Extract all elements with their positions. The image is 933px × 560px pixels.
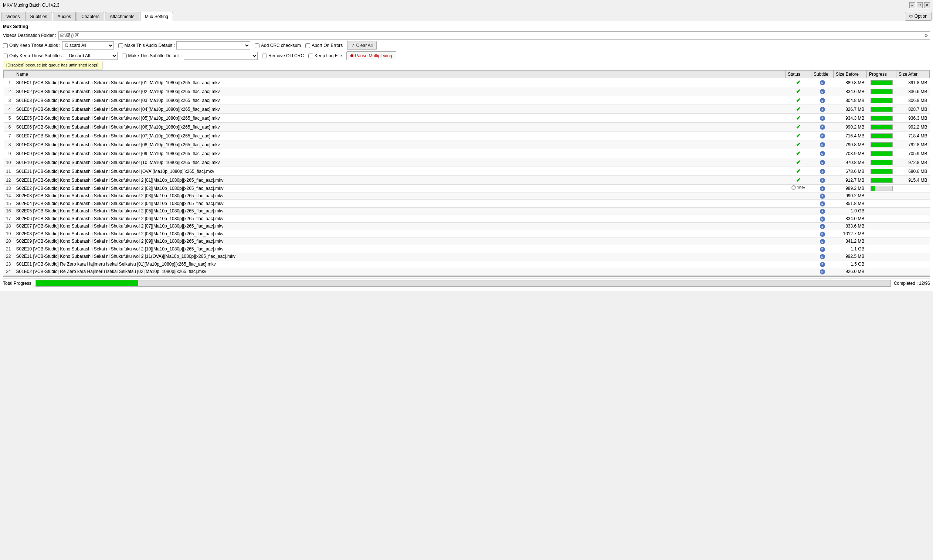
tab-chapters[interactable]: Chapters [77, 12, 104, 21]
col-size-before: Size Before [834, 71, 867, 78]
row-status [785, 253, 811, 260]
row-status [785, 222, 811, 230]
row-subtitle: S [811, 149, 834, 158]
table-row[interactable]: 17S02E06 [VCB-Studio] Kono Subarashii Se… [4, 215, 930, 223]
table-container[interactable]: Name Status Subtitle Size Before Progres… [3, 70, 930, 277]
table-row[interactable]: 3S01E03 [VCB-Studio] Kono Subarashii Sek… [4, 96, 930, 105]
clear-all-button[interactable]: ✓ Clear All [347, 41, 377, 50]
row-size-after: 992.2 MB [896, 123, 930, 131]
table-row[interactable]: 13S02E02 [VCB-Studio] Kono Subarashii Se… [4, 185, 930, 192]
progress-bar [871, 169, 893, 174]
table-row[interactable]: 23S01E01 [VCB-Studio] Re Zero kara Hajim… [4, 260, 930, 268]
add-crc-checkbox[interactable] [255, 43, 259, 48]
progress-fill [871, 143, 892, 147]
row-size-after [896, 237, 930, 245]
remove-old-crc-group: Remove Old CRC [262, 53, 304, 58]
job-queue-title: Job Queue [3, 63, 930, 68]
row-progress [867, 192, 896, 200]
check-icon: ✔ [796, 132, 801, 139]
row-progress [867, 207, 896, 215]
make-audio-default-checkbox[interactable] [118, 43, 123, 48]
subtitle-icon: S [820, 133, 825, 138]
row-subtitle: S [811, 185, 834, 192]
table-row[interactable]: 7S01E07 [VCB-Studio] Kono Subarashii Sek… [4, 131, 930, 140]
col-progress: Progress [867, 71, 896, 78]
table-row[interactable]: 24S01E02 [VCB-Studio] Re Zero kara Hajim… [4, 268, 930, 275]
table-row[interactable]: 11S01E11 [VCB-Studio] Kono Subarashii Se… [4, 167, 930, 176]
close-button[interactable]: ✕ [924, 2, 930, 8]
row-status: ✔ [785, 176, 811, 185]
table-row[interactable]: 4S01E04 [VCB-Studio] Kono Subarashii Sek… [4, 105, 930, 114]
tab-audios[interactable]: Audios [53, 12, 76, 21]
table-row[interactable]: 10S01E10 [VCB-Studio] Kono Subarashii Se… [4, 158, 930, 167]
table-row[interactable]: 9S01E09 [VCB-Studio] Kono Subarashii Sek… [4, 149, 930, 158]
row-size-before: 790.8 MB [834, 140, 867, 149]
table-row[interactable]: 20S02E09 [VCB-Studio] Kono Subarashii Se… [4, 237, 930, 245]
table-row[interactable]: 18S02E07 [VCB-Studio] Kono Subarashii Se… [4, 222, 930, 230]
row-size-before: 989.2 MB [834, 185, 867, 192]
pause-button[interactable]: Pause Multiplexing [346, 51, 396, 60]
table-row[interactable]: 22S02E11 [VCB-Studio] Kono Subarashii Se… [4, 253, 930, 260]
row-name: S01E10 [VCB-Studio] Kono Subarashii Seka… [14, 158, 785, 167]
row-num: 8 [4, 140, 14, 149]
total-progress-label: Total Progress: [3, 281, 32, 286]
table-row[interactable]: 1S01E01 [VCB-Studio] Kono Subarashii Sek… [4, 78, 930, 87]
option-button[interactable]: ⚙ Option [905, 12, 931, 21]
row-size-before: 992.5 MB [834, 253, 867, 260]
browse-icon[interactable]: ⚙ [923, 32, 929, 39]
row-subtitle: S [811, 268, 834, 275]
check-icon: ✔ [796, 97, 801, 103]
row-num: 3 [4, 96, 14, 105]
subtitle-icon: S [820, 201, 825, 206]
table-row[interactable]: 8S01E08 [VCB-Studio] Kono Subarashii Sek… [4, 140, 930, 149]
only-keep-subtitles-select[interactable]: Discard All [66, 52, 117, 60]
make-audio-default-select[interactable] [176, 42, 250, 49]
table-row[interactable]: 14S02E03 [VCB-Studio] Kono Subarashii Se… [4, 192, 930, 200]
subtitle-icon: S [820, 98, 825, 103]
row-num: 9 [4, 149, 14, 158]
progress-bar [871, 107, 893, 112]
table-row[interactable]: 12S02E01 [VCB-Studio] Kono Subarashii Se… [4, 176, 930, 185]
maximize-button[interactable]: □ [917, 2, 923, 8]
row-status: ✔ [785, 87, 811, 96]
row-progress [867, 114, 896, 123]
keep-log-checkbox[interactable] [308, 54, 313, 58]
keep-log-label: Keep Log File [315, 53, 342, 58]
subtitle-icon: S [820, 232, 825, 237]
table-row[interactable]: 2S01E02 [VCB-Studio] Kono Subarashii Sek… [4, 87, 930, 96]
add-crc-label: Add CRC checksum [261, 43, 301, 48]
only-keep-audios-checkbox[interactable] [3, 43, 8, 48]
row-name: S02E11 [VCB-Studio] Kono Subarashii Seka… [14, 253, 785, 260]
tab-videos[interactable]: Videos [2, 12, 25, 21]
remove-old-crc-checkbox[interactable] [262, 54, 267, 58]
table-row[interactable]: 5S01E05 [VCB-Studio] Kono Subarashii Sek… [4, 114, 930, 123]
row-name: S01E09 [VCB-Studio] Kono Subarashii Seka… [14, 149, 785, 158]
row-status [785, 200, 811, 208]
tab-attachments[interactable]: Attachments [105, 12, 139, 21]
only-keep-audios-select[interactable]: Discard All [62, 42, 114, 49]
table-row[interactable]: 21S02E10 [VCB-Studio] Kono Subarashii Se… [4, 245, 930, 253]
abort-errors-checkbox[interactable] [305, 43, 310, 48]
col-num [4, 71, 14, 78]
make-subtitle-default-checkbox[interactable] [122, 54, 127, 58]
table-row[interactable]: 25S01E03 [VCB-Studio] Re Zero kara Hajim… [4, 275, 930, 277]
only-keep-subtitles-checkbox[interactable] [3, 54, 8, 58]
row-progress [867, 222, 896, 230]
minimize-button[interactable]: – [909, 2, 915, 8]
tab-subtitles[interactable]: Subtitles [25, 12, 52, 21]
make-subtitle-default-select[interactable] [184, 52, 258, 60]
table-row[interactable]: 15S02E04 [VCB-Studio] Kono Subarashii Se… [4, 200, 930, 208]
tab-mux-setting[interactable]: Mux Setting [140, 12, 173, 21]
table-row[interactable]: 16S02E05 [VCB-Studio] Kono Subarashii Se… [4, 207, 930, 215]
table-row[interactable]: 6S01E06 [VCB-Studio] Kono Subarashii Sek… [4, 123, 930, 131]
row-subtitle: S [811, 176, 834, 185]
row-size-after: 915.4 MB [896, 176, 930, 185]
row-size-after [896, 260, 930, 268]
progress-fill [871, 107, 892, 112]
destination-input[interactable] [59, 31, 930, 40]
table-row[interactable]: 19S02E08 [VCB-Studio] Kono Subarashii Se… [4, 230, 930, 238]
row-subtitle: S [811, 123, 834, 131]
row-size-before: 1.0 GB [834, 207, 867, 215]
row-num: 21 [4, 245, 14, 253]
row-progress [867, 260, 896, 268]
